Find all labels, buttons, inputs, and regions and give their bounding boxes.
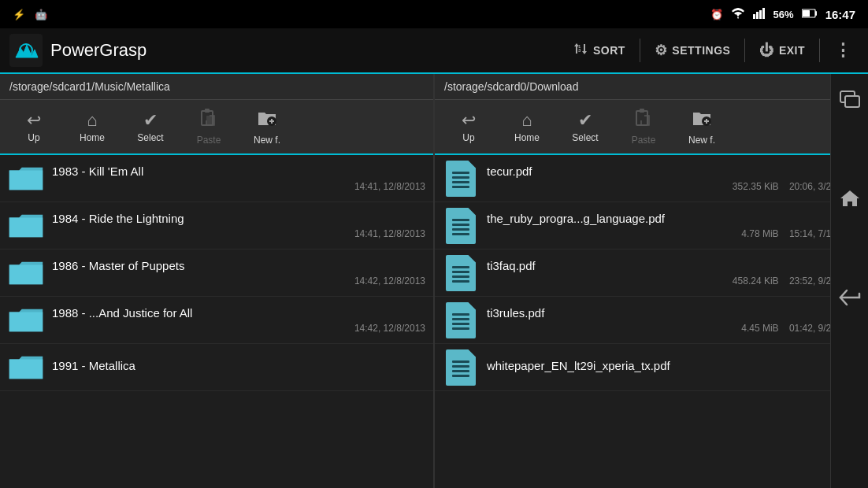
svg-rect-17: [206, 116, 214, 125]
right-home-button[interactable]: ⌂ Home: [499, 107, 555, 146]
svg-rect-3: [762, 8, 765, 19]
file-icon: [443, 208, 479, 244]
panels: /storage/sdcard1/Music/Metallica ↩ Up ⌂ …: [0, 74, 868, 488]
up-icon: ↩: [27, 110, 41, 131]
back-side-button[interactable]: [836, 283, 864, 312]
file-info: 1986 - Master of Puppets 14:42, 12/8/201…: [52, 259, 425, 287]
home-label: Home: [514, 132, 540, 143]
status-bar: ⚡ 🤖 ⏰ 56% 16:47: [0, 0, 868, 28]
paste-label: Paste: [197, 135, 221, 146]
new-folder-icon: [257, 108, 277, 133]
right-panel-path: /storage/sdcard0/Download: [435, 74, 868, 100]
folder-icon: [8, 255, 44, 291]
svg-text:3: 3: [578, 48, 581, 53]
wifi-icon: [731, 8, 745, 21]
paste-icon: [633, 108, 654, 133]
svg-marker-28: [840, 190, 859, 206]
copy-window-button[interactable]: [836, 85, 864, 113]
list-item[interactable]: the_ruby_progra...g_language.pdf 4.78 Mi…: [435, 202, 868, 250]
left-panel-path: /storage/sdcard1/Music/Metallica: [0, 74, 433, 100]
file-name: ti3rules.pdf: [487, 306, 860, 320]
right-select-button[interactable]: ✔ Select: [558, 107, 613, 146]
select-label: Select: [572, 132, 598, 143]
new-label: New f.: [688, 135, 715, 146]
settings-button[interactable]: ⚙ SETTINGS: [647, 37, 739, 64]
list-item[interactable]: 1983 - Kill 'Em All 14:41, 12/8/2013: [0, 155, 433, 202]
usb-icon: ⚡: [13, 9, 25, 20]
paste-icon: [198, 108, 219, 133]
right-paste-button[interactable]: Paste: [616, 105, 671, 149]
file-meta: 4.45 MiB 01:42, 9/24/2013: [487, 323, 860, 334]
power-icon: ⏻: [759, 43, 774, 59]
left-home-button[interactable]: ⌂ Home: [65, 107, 120, 146]
left-panel-toolbar: ↩ Up ⌂ Home ✔ Select: [0, 100, 433, 155]
left-paste-button[interactable]: Paste: [181, 105, 236, 149]
svg-rect-22: [640, 109, 644, 113]
file-icon: [443, 302, 479, 338]
svg-rect-2: [759, 10, 762, 19]
paste-label: Paste: [632, 135, 656, 146]
list-item[interactable]: whitepaper_EN_lt29i_xperia_tx.pdf: [435, 344, 868, 391]
left-up-button[interactable]: ↩ Up: [6, 107, 61, 146]
settings-icon: ⚙: [655, 42, 668, 59]
folder-icon: [8, 349, 44, 386]
app-logo: [9, 34, 43, 67]
list-item[interactable]: 1991 - Metallica: [0, 344, 433, 391]
file-meta: 458.24 KiB 23:52, 9/24/2013: [487, 275, 860, 287]
right-panel: /storage/sdcard0/Download ↩ Up ⌂ Home ✔ …: [435, 74, 868, 488]
file-meta: 14:42, 12/8/2013: [52, 275, 425, 287]
signal-icon: [753, 8, 766, 21]
exit-label: EXIT: [779, 44, 805, 57]
file-info: the_ruby_progra...g_language.pdf 4.78 Mi…: [487, 212, 860, 239]
sort-button[interactable]: 1 3 SORT: [565, 36, 633, 65]
more-icon: ⋮: [834, 40, 851, 61]
toolbar-divider-2: [744, 39, 745, 62]
home-icon: ⌂: [87, 110, 97, 131]
home-icon: ⌂: [521, 110, 532, 131]
main-content: /storage/sdcard1/Music/Metallica ↩ Up ⌂ …: [0, 74, 868, 488]
file-meta: 14:42, 12/8/2013: [52, 323, 425, 334]
file-info: ti3rules.pdf 4.45 MiB 01:42, 9/24/2013: [487, 306, 860, 334]
file-name: tecur.pdf: [487, 165, 860, 178]
left-select-button[interactable]: ✔ Select: [123, 107, 178, 146]
folder-icon: [8, 302, 44, 338]
battery-icon: [802, 9, 818, 20]
file-name: 1988 - ...And Justice for All: [52, 306, 425, 320]
exit-button[interactable]: ⏻ EXIT: [751, 38, 813, 64]
list-item[interactable]: ti3faq.pdf 458.24 KiB 23:52, 9/24/2013: [435, 250, 868, 297]
select-icon: ✔: [578, 110, 592, 131]
list-item[interactable]: 1984 - Ride the Lightning 14:41, 12/8/20…: [0, 202, 433, 250]
right-panel-toolbar: ↩ Up ⌂ Home ✔ Select: [435, 100, 868, 155]
file-info: ti3faq.pdf 458.24 KiB 23:52, 9/24/2013: [487, 259, 860, 287]
toolbar-divider-3: [819, 39, 820, 62]
folder-icon: [8, 161, 44, 197]
alarm-icon: ⏰: [710, 9, 723, 20]
svg-rect-1: [756, 12, 759, 19]
right-new-button[interactable]: New f.: [674, 105, 729, 149]
svg-rect-6: [803, 10, 810, 17]
status-right-icons: ⏰ 56% 16:47: [710, 8, 855, 21]
svg-rect-16: [205, 109, 210, 113]
folder-icon: [8, 208, 44, 244]
title-bar: PowerGrasp 1 3 SORT ⚙ SETTINGS ⏻ EXI: [0, 28, 868, 74]
sort-label: SORT: [593, 44, 625, 57]
status-left-icons: ⚡ 🤖: [13, 9, 47, 20]
time-display: 16:47: [825, 8, 855, 21]
list-item[interactable]: 1986 - Master of Puppets 14:42, 12/8/201…: [0, 250, 433, 297]
home-label: Home: [80, 132, 105, 143]
right-panel-files: tecur.pdf 352.35 KiB 20:06, 3/27/2013 th…: [435, 155, 868, 488]
file-icon: [443, 255, 479, 291]
toolbar-actions: 1 3 SORT ⚙ SETTINGS ⏻ EXIT ⋮: [565, 35, 859, 65]
up-icon: ↩: [462, 110, 476, 131]
list-item[interactable]: 1988 - ...And Justice for All 14:42, 12/…: [0, 297, 433, 344]
list-item[interactable]: ti3rules.pdf 4.45 MiB 01:42, 9/24/2013: [435, 297, 868, 344]
right-up-button[interactable]: ↩ Up: [441, 107, 496, 146]
svg-marker-12: [582, 51, 587, 54]
app-title: PowerGrasp: [50, 40, 565, 61]
home-side-button[interactable]: [836, 184, 864, 213]
left-panel: /storage/sdcard1/Music/Metallica ↩ Up ⌂ …: [0, 74, 435, 488]
new-label: New f.: [254, 135, 280, 146]
left-new-button[interactable]: New f.: [239, 105, 295, 149]
more-button[interactable]: ⋮: [826, 35, 859, 65]
list-item[interactable]: tecur.pdf 352.35 KiB 20:06, 3/27/2013: [435, 155, 868, 202]
